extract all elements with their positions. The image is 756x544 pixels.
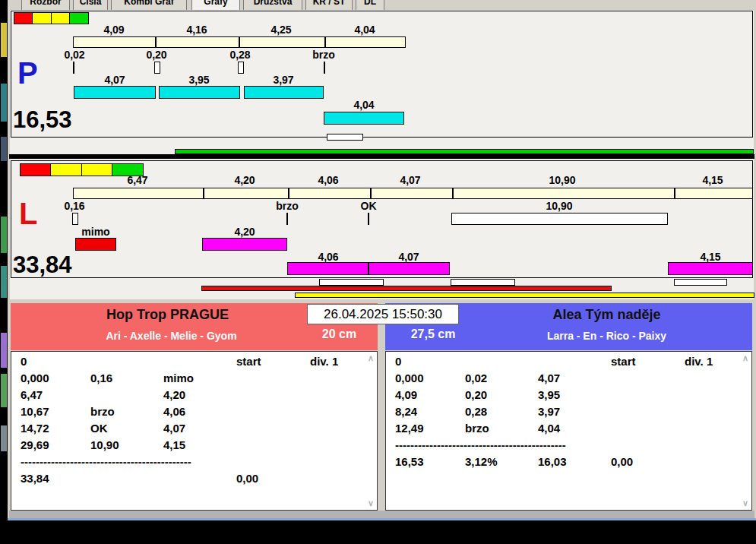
tab-rozbor[interactable]: Rozbor bbox=[21, 0, 70, 10]
table-cell: brzo bbox=[90, 405, 115, 418]
p-segment-label: 4,25 bbox=[239, 24, 323, 36]
l-gate-label: OK bbox=[338, 200, 399, 212]
p-run-bar bbox=[244, 86, 324, 99]
p-run-bar bbox=[159, 86, 240, 99]
l-run-bar bbox=[287, 262, 369, 275]
table-row: 0,0000,024,07 bbox=[386, 372, 741, 388]
tab-kombi-graf[interactable]: Kombi Graf bbox=[111, 0, 187, 10]
table-cell: 0,00 bbox=[611, 455, 633, 468]
table-row: 6,474,20 bbox=[11, 388, 366, 405]
segment-divider bbox=[452, 188, 454, 198]
screen: Rozbor Čísla Kombi Graf Grafy Družstva K… bbox=[0, 0, 756, 544]
team-right-members: Larra - En - Rico - Paixy bbox=[469, 330, 745, 342]
l-course-bar bbox=[73, 188, 753, 199]
p-run-label: 3,95 bbox=[157, 74, 241, 86]
table-cell: 6,47 bbox=[21, 388, 43, 401]
scroll-up-icon[interactable]: ∧ bbox=[366, 353, 375, 363]
p-segment-label: 4,04 bbox=[323, 24, 406, 36]
l-segment-label: 4,20 bbox=[203, 174, 286, 186]
desktop-edge-blob bbox=[1, 84, 7, 122]
gate-marker-box bbox=[238, 62, 244, 74]
l-run-bar bbox=[369, 262, 450, 275]
scroll-down-icon[interactable]: ∨ bbox=[366, 498, 375, 508]
p-finish-marker bbox=[327, 134, 363, 141]
table-row: 29,6910,904,15 bbox=[11, 438, 366, 455]
tab-dl[interactable]: DL bbox=[356, 0, 384, 10]
team-right-height: 27,5 cm bbox=[391, 327, 475, 341]
l-pending-bar bbox=[451, 213, 668, 225]
table-cell: 10,90 bbox=[90, 438, 119, 451]
p-gate-label: 0,02 bbox=[44, 49, 105, 61]
team-left-splits-list[interactable]: 0startdiv. 10,0000,16mimo6,474,2010,67br… bbox=[11, 351, 378, 511]
gate-marker-box bbox=[72, 213, 78, 225]
desktop-edge-blob bbox=[1, 266, 7, 298]
table-cell: 4,06 bbox=[163, 405, 185, 418]
l-gate-label: brzo bbox=[257, 200, 318, 212]
gate-marker-line bbox=[368, 213, 369, 225]
table-cell: 0,02 bbox=[465, 372, 487, 384]
tab-cisla[interactable]: Čísla bbox=[73, 0, 108, 10]
table-cell: mimo bbox=[163, 372, 194, 384]
table-cell: 4,07 bbox=[538, 372, 560, 384]
table-cell: 33,84 bbox=[21, 472, 49, 485]
segment-divider bbox=[155, 37, 157, 47]
table-cell: 0,16 bbox=[90, 372, 112, 384]
table-row: 10,67brzo4,06 bbox=[11, 405, 366, 422]
team-right-splits-list[interactable]: 0startdiv. 10,0000,024,074,090,203,958,2… bbox=[385, 351, 752, 511]
table-cell: 4,04 bbox=[538, 422, 560, 435]
scroll-down-icon[interactable]: ∨ bbox=[741, 498, 750, 508]
tab-grafy[interactable]: Grafy bbox=[191, 0, 240, 10]
section-divider bbox=[9, 154, 754, 159]
team-left-name: Hop Trop PRAGUE bbox=[11, 307, 324, 323]
splits-rows: 0startdiv. 10,0000,16mimo6,474,2010,67br… bbox=[11, 355, 366, 455]
segment-divider bbox=[324, 37, 326, 47]
p-course-bar bbox=[73, 36, 406, 48]
segment-divider bbox=[674, 188, 675, 198]
tab-label: Grafy bbox=[204, 0, 227, 7]
segment-divider bbox=[239, 37, 240, 47]
table-cell: 0,20 bbox=[465, 388, 487, 401]
l-run-label: 4,07 bbox=[367, 251, 451, 263]
table-row: 0startdiv. 1 bbox=[11, 355, 366, 372]
table-cell: 0,00 bbox=[236, 472, 258, 485]
tab-druzstva[interactable]: Družstva bbox=[243, 0, 302, 10]
table-cell: 3,12% bbox=[465, 455, 498, 468]
desktop-edge-blob bbox=[1, 425, 7, 451]
p-gate-label: 0,20 bbox=[126, 49, 187, 61]
table-cell: 0 bbox=[395, 355, 401, 368]
l-run-label: 4,15 bbox=[669, 251, 752, 263]
status-square-yellow bbox=[32, 12, 52, 24]
gate-marker-box bbox=[154, 62, 160, 74]
scroll-up-icon[interactable]: ∧ bbox=[741, 353, 750, 363]
tab-kr-st[interactable]: KR / ST bbox=[305, 0, 353, 10]
l-progress-bar-yellow bbox=[295, 293, 754, 298]
tab-label: KR / ST bbox=[313, 0, 346, 7]
table-cell: 0,000 bbox=[21, 372, 49, 384]
lane-p-total: 16,53 bbox=[13, 107, 72, 133]
separator-line: ----------------------------------------… bbox=[11, 455, 366, 472]
l-finish-marker bbox=[451, 279, 515, 286]
lane-l-panel: 6,47 4,20 4,06 4,07 10,90 4,15 0,16 brzo… bbox=[11, 160, 753, 278]
l-finish-marker bbox=[674, 279, 727, 286]
table-cell: div. 1 bbox=[685, 355, 713, 368]
l-run-bar bbox=[668, 262, 753, 275]
tab-bar: Rozbor Čísla Kombi Graf Grafy Družstva K… bbox=[8, 0, 756, 10]
table-row: 0,0000,16mimo bbox=[11, 372, 366, 388]
l-finish-marker bbox=[319, 279, 384, 286]
l-gate-label: 0,16 bbox=[44, 200, 105, 212]
table-row: 16,533,12%16,030,00 bbox=[386, 455, 741, 472]
table-cell: 10,67 bbox=[21, 405, 49, 418]
desktop-edge-blob bbox=[1, 333, 7, 368]
table-row: 33,840,00 bbox=[11, 472, 366, 489]
desktop-edge-blob bbox=[1, 374, 7, 407]
segment-divider bbox=[203, 188, 204, 198]
gate-marker-line bbox=[73, 62, 74, 74]
desktop-edge-blob bbox=[1, 23, 7, 57]
l-run-label: 4,06 bbox=[286, 251, 370, 263]
separator-line: ----------------------------------------… bbox=[386, 438, 741, 455]
l-gate-label: 10,90 bbox=[529, 200, 590, 212]
lane-l-letter: L bbox=[19, 198, 37, 229]
tab-label: Rozbor bbox=[30, 0, 61, 7]
l-segment-label: 10,90 bbox=[520, 174, 604, 186]
tab-label: Kombi Graf bbox=[124, 0, 173, 7]
